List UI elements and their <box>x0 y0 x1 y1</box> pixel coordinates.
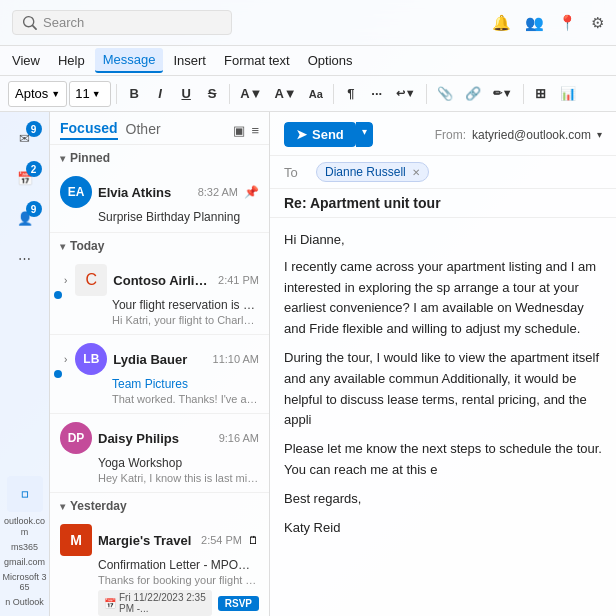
account-icon-1: ◻ <box>21 489 28 499</box>
reading-pane: ➤ Send ▾ From: katyried@outlook.com ▾ To… <box>270 112 616 616</box>
list-item[interactable]: M Margie's Travel 2:54 PM 🗒 Confirmation… <box>50 516 269 616</box>
email-item-top-3: › LB Lydia Bauer 11:10 AM <box>64 343 259 375</box>
email-subject-3: Team Pictures <box>64 377 259 391</box>
email-body: Hi Dianne, I recently came across your a… <box>270 218 616 616</box>
underline-button[interactable]: U <box>174 81 198 107</box>
tab-focused[interactable]: Focused <box>60 120 118 140</box>
nav-more[interactable]: ⋯ <box>7 240 43 276</box>
gear-icon[interactable]: ⚙ <box>591 14 604 32</box>
pen-button[interactable]: ✏▼ <box>488 81 518 107</box>
body-signature-line1: Best regards, <box>284 489 602 510</box>
format-aa-button[interactable]: Aa <box>304 81 328 107</box>
unread-dot <box>54 291 62 299</box>
email-subject-5: Confirmation Letter - MPOWMQ <box>60 558 259 572</box>
bell-icon[interactable]: 🔔 <box>492 14 511 32</box>
list-item[interactable]: EA Elvia Atkins 8:32 AM 📌 Surprise Birth… <box>50 168 269 233</box>
font-color-button[interactable]: A▼ <box>269 81 301 107</box>
contacts-badge: 9 <box>26 201 42 217</box>
recipient-chip[interactable]: Dianne Russell ✕ <box>316 162 429 182</box>
strikethrough-button[interactable]: S <box>200 81 224 107</box>
send-button[interactable]: ➤ Send <box>284 122 356 147</box>
avatar: EA <box>60 176 92 208</box>
menu-insert[interactable]: Insert <box>165 49 214 72</box>
section-today[interactable]: ▾ Today <box>50 233 269 256</box>
rsvp-button[interactable]: RSVP <box>218 596 259 611</box>
avatar: DP <box>60 422 92 454</box>
from-chevron[interactable]: ▾ <box>597 129 602 140</box>
email-item-top-5: M Margie's Travel 2:54 PM 🗒 <box>60 524 259 556</box>
send-arrow-icon: ➤ <box>296 127 307 142</box>
subject-row: Re: Apartment unit tour <box>270 189 616 218</box>
nav-mail[interactable]: ✉ 9 <box>7 120 43 156</box>
highlight-button[interactable]: A▼ <box>235 81 267 107</box>
send-dropdown-button[interactable]: ▾ <box>356 122 373 147</box>
email-time-4: 9:16 AM <box>219 432 259 444</box>
search-box[interactable]: Search <box>12 10 232 35</box>
nav-sidebar: ✉ 9 📅 2 👤 9 ⋯ ◻ outlook.com ms365 gmail.… <box>0 112 50 616</box>
account-label-4: Microsoft 365 <box>2 572 48 594</box>
menu-format-text[interactable]: Format text <box>216 49 298 72</box>
email-subject-1: Surprise Birthday Planning <box>60 210 259 224</box>
chart-button[interactable]: 📊 <box>555 81 581 107</box>
more-button[interactable]: ··· <box>365 81 389 107</box>
yesterday-chevron: ▾ <box>60 501 65 512</box>
title-bar-icons: 🔔 👥 📍 ⚙ <box>492 14 604 32</box>
send-wrapper: ➤ Send ▾ <box>284 122 373 147</box>
menu-message[interactable]: Message <box>95 48 164 73</box>
email-sender-2: Contoso Airlines <box>113 273 212 288</box>
email-item-top-1: EA Elvia Atkins 8:32 AM 📌 <box>60 176 259 208</box>
more-nav-icon: ⋯ <box>18 251 31 266</box>
body-signature-line2: Katy Reid <box>284 518 602 539</box>
filter-icon[interactable]: ≡ <box>251 123 259 138</box>
email-sender-1: Elvia Atkins <box>98 185 192 200</box>
avatar: M <box>60 524 92 556</box>
nav-accounts: ◻ outlook.com ms365 gmail.com Microsoft … <box>2 476 48 616</box>
font-name: Aptos <box>15 86 48 101</box>
bold-button[interactable]: B <box>122 81 146 107</box>
font-chevron: ▼ <box>51 89 60 99</box>
send-label: Send <box>312 127 344 142</box>
nav-calendar[interactable]: 📅 2 <box>7 160 43 196</box>
recipient-name: Dianne Russell <box>325 165 406 179</box>
attach-button[interactable]: 📎 <box>432 81 458 107</box>
list-view-icons: ▣ ≡ <box>233 123 259 138</box>
menu-options[interactable]: Options <box>300 49 361 72</box>
menu-view[interactable]: View <box>4 49 48 72</box>
body-greeting: Hi Dianne, <box>284 230 602 251</box>
font-selector[interactable]: Aptos ▼ <box>8 81 67 107</box>
location-icon[interactable]: 📍 <box>558 14 577 32</box>
avatar: LB <box>75 343 107 375</box>
toolbar: Aptos ▼ 11 ▼ B I U S A▼ A▼ Aa ¶ ··· ↩▼ 📎… <box>0 76 616 112</box>
list-item[interactable]: › LB Lydia Bauer 11:10 AM Team Pictures … <box>50 335 269 414</box>
table-button[interactable]: ⊞ <box>529 81 553 107</box>
separator-2 <box>229 84 230 104</box>
list-layout-icon[interactable]: ▣ <box>233 123 245 138</box>
calendar-date: Fri 11/22/2023 2:35 PM -... <box>119 592 206 614</box>
list-item[interactable]: › C Contoso Airlines 2:41 PM Your flight… <box>50 256 269 335</box>
italic-button[interactable]: I <box>148 81 172 107</box>
yesterday-label: Yesterday <box>70 499 127 513</box>
title-bar: Search 🔔 👥 📍 ⚙ <box>0 0 616 46</box>
account-label-1: outlook.com <box>2 516 48 538</box>
section-pinned[interactable]: ▾ Pinned <box>50 145 269 168</box>
font-size-selector[interactable]: 11 ▼ <box>69 81 111 107</box>
separator-3 <box>333 84 334 104</box>
undo-button[interactable]: ↩▼ <box>391 81 421 107</box>
search-placeholder: Search <box>43 15 84 30</box>
calendar-chip: 📅 Fri 11/22/2023 2:35 PM -... <box>98 590 212 616</box>
people-icon[interactable]: 👥 <box>525 14 544 32</box>
body-paragraph-2: During the tour, I would like to view th… <box>284 348 602 431</box>
calendar-chip-icon: 📅 <box>104 598 116 609</box>
email-list-panel: Focused Other ▣ ≡ ▾ Pinned EA Elvia Atki… <box>50 112 270 616</box>
paragraph-button[interactable]: ¶ <box>339 81 363 107</box>
link-button[interactable]: 🔗 <box>460 81 486 107</box>
nav-account-outlook[interactable]: ◻ <box>7 476 43 512</box>
menu-help[interactable]: Help <box>50 49 93 72</box>
separator-1 <box>116 84 117 104</box>
nav-contacts[interactable]: 👤 9 <box>7 200 43 236</box>
list-item[interactable]: DP Daisy Philips 9:16 AM Yoga Workshop H… <box>50 414 269 493</box>
remove-recipient-button[interactable]: ✕ <box>412 167 420 178</box>
section-yesterday[interactable]: ▾ Yesterday <box>50 493 269 516</box>
tab-other[interactable]: Other <box>126 121 161 139</box>
mail-badge: 9 <box>26 121 42 137</box>
